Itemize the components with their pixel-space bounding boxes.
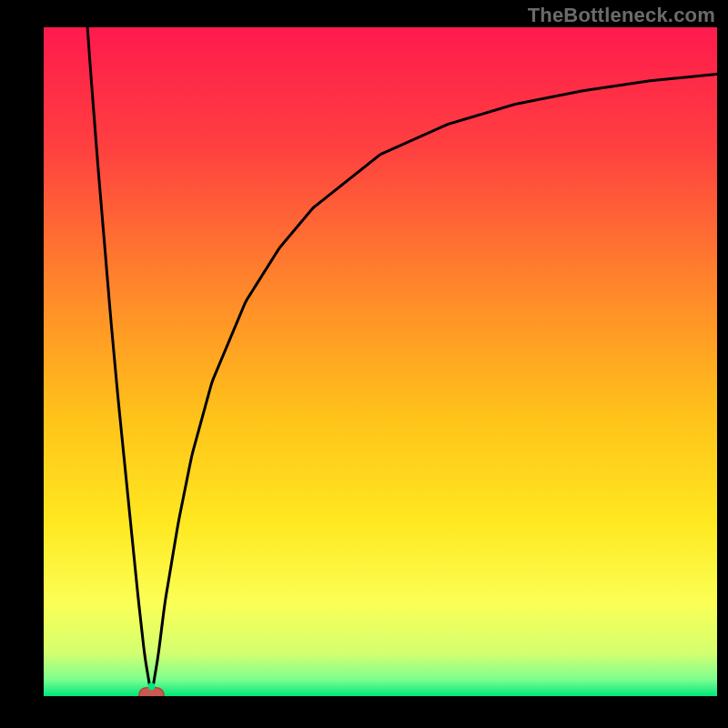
svg-point-6 [147, 682, 155, 690]
watermark-text: TheBottleneck.com [528, 4, 715, 27]
gradient-background [44, 27, 717, 696]
chart-plot [44, 27, 717, 696]
chart-frame: TheBottleneck.com [0, 0, 728, 728]
